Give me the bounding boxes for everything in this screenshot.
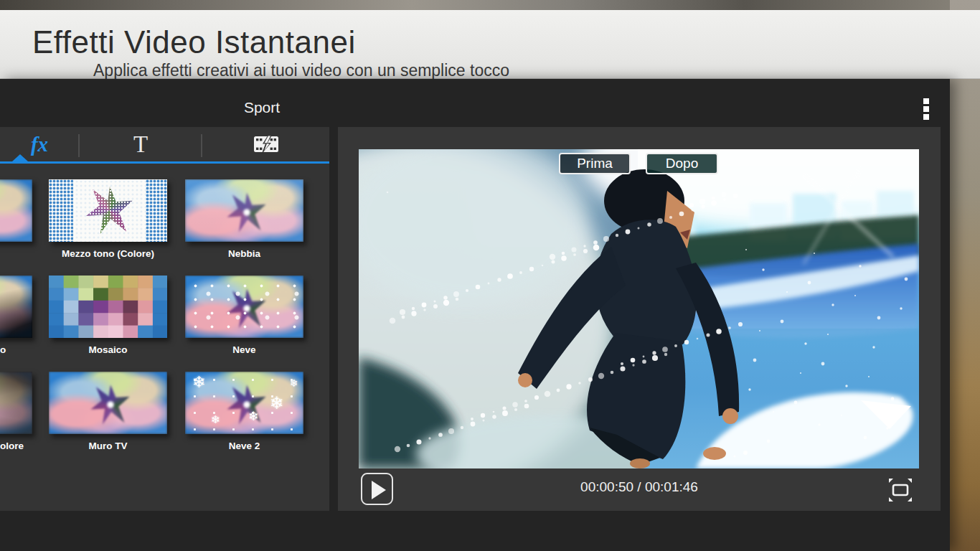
effect-item-mosaico[interactable]: Mosaico — [49, 276, 167, 355]
effect-item-mezzo-tono[interactable]: Mezzo tono (Colore) — [49, 179, 167, 259]
effect-label: olore — [0, 441, 43, 451]
effect-thumbnail — [49, 276, 167, 338]
effect-item-partial[interactable]: o — [0, 276, 32, 338]
video-frame-surfer — [359, 149, 919, 468]
effect-thumbnail — [0, 179, 32, 242]
project-title: Sport — [201, 99, 323, 116]
app-banner: Effetti Video Istantanei Applica effetti… — [0, 10, 980, 79]
app-window: Sport fx T — [0, 79, 950, 551]
effect-item-neve[interactable]: Neve — [185, 276, 303, 355]
snowflake-icon: ❄ — [290, 377, 298, 389]
fullscreen-icon — [888, 478, 913, 502]
effect-label: Mezzo tono (Colore) — [49, 248, 167, 259]
active-tab-pointer — [12, 154, 28, 161]
effects-panel: fx T — [0, 127, 329, 511]
tab-accent-line — [0, 161, 329, 164]
tab-clip-effects[interactable] — [202, 127, 329, 161]
effect-label: Neve — [185, 344, 303, 355]
snowflake-icon: ❄ — [211, 413, 220, 426]
more-options-button[interactable] — [920, 97, 933, 127]
effect-label: Nebbia — [185, 248, 303, 259]
effect-thumbnail — [49, 179, 167, 242]
film-lightning-icon — [253, 133, 279, 155]
play-button[interactable] — [361, 473, 393, 505]
playback-time: 00:00:50 / 00:01:46 — [532, 479, 747, 495]
page-title: Effetti Video Istantanei — [32, 24, 356, 60]
more-vertical-icon — [923, 106, 929, 112]
desktop: Effetti Video Istantanei Applica effetti… — [0, 0, 980, 551]
before-label-button[interactable]: Prima — [559, 153, 631, 174]
fullscreen-button[interactable] — [888, 478, 913, 502]
effect-label: Mosaico — [49, 344, 167, 355]
effect-thumbnail — [185, 276, 303, 338]
after-label-button[interactable]: Dopo — [646, 153, 718, 174]
effect-thumbnail: ❄ ❄ ❄ ❄ ❄ — [185, 372, 303, 434]
desktop-wallpaper-right — [950, 0, 980, 551]
tab-bar: fx T — [0, 127, 329, 164]
snowflake-icon: ❄ — [270, 393, 284, 413]
more-vertical-icon — [923, 114, 929, 120]
snowflake-icon: ❄ — [192, 373, 205, 392]
snowflake-icon: ❄ — [248, 409, 258, 424]
tab-text[interactable]: T — [80, 127, 202, 161]
video-preview[interactable]: Prima Dopo — [359, 149, 919, 468]
more-vertical-icon — [923, 98, 929, 104]
effect-thumbnail — [185, 179, 303, 242]
play-icon — [371, 481, 387, 499]
effect-item-neve-2[interactable]: ❄ ❄ ❄ ❄ ❄ Neve 2 — [185, 372, 303, 451]
effect-thumbnail — [49, 372, 167, 434]
effect-item-partial[interactable] — [0, 179, 32, 242]
effect-label: Muro TV — [49, 441, 167, 451]
effect-label: Neve 2 — [185, 441, 303, 451]
effect-item-muro-tv[interactable]: Muro TV — [49, 372, 167, 451]
page-subtitle: Applica effetti creativi ai tuoi video c… — [93, 61, 509, 80]
effect-label: o — [0, 344, 43, 355]
effect-item-nebbia[interactable]: Nebbia — [185, 179, 303, 259]
effect-item-partial[interactable]: olore — [0, 372, 32, 434]
preview-panel: Prima Dopo 00:00:50 / 00:01:46 — [338, 127, 941, 511]
desktop-wallpaper-top — [0, 0, 980, 10]
